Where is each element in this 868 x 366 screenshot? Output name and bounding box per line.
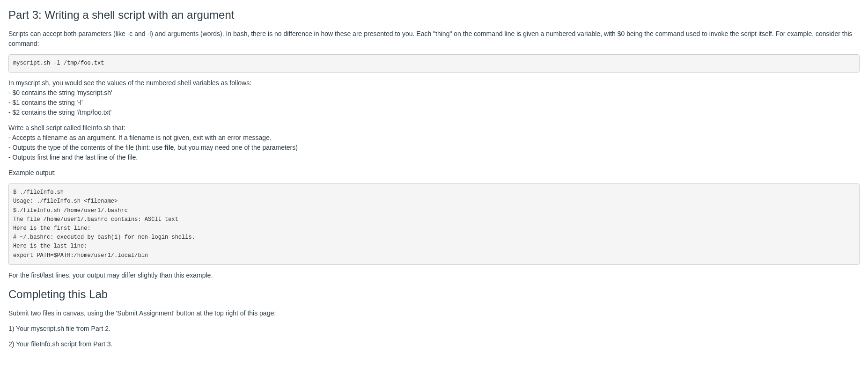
submit-intro: Submit two files in canvas, using the 'S… <box>8 308 860 318</box>
var1-text: - $1 contains the string '-l' <box>8 99 83 106</box>
submit-item-2: 2) Your fileInfo.sh script from Part 3. <box>8 339 860 349</box>
var2-text: - $2 contains the string '/tmp/foo.txt' <box>8 109 111 116</box>
code-block-example-output: $ ./fileInfo.sh Usage: ./fileInfo.sh <fi… <box>8 183 860 265</box>
example-label: Example output: <box>8 168 860 178</box>
section-heading-part3: Part 3: Writing a shell script with an a… <box>8 7 860 23</box>
task-intro-text: Write a shell script called fileInfo.sh … <box>8 124 125 132</box>
note-paragraph: For the first/last lines, your output ma… <box>8 271 860 280</box>
intro-paragraph: Scripts can accept both parameters (like… <box>8 29 860 49</box>
task2-pre: - Outputs the type of the contents of th… <box>8 144 164 151</box>
section-heading-completing: Completing this Lab <box>8 286 860 303</box>
task2-bold: file <box>164 144 174 151</box>
variables-explanation: In myscript.sh, you would see the values… <box>8 78 860 117</box>
code-block-command: myscript.sh -l /tmp/foo.txt <box>8 54 860 73</box>
task1-text: - Accepts a filename as an argument. If … <box>8 134 272 141</box>
var0-text: - $0 contains the string 'myscript.sh' <box>8 89 112 96</box>
vars-intro-text: In myscript.sh, you would see the values… <box>8 79 251 87</box>
submit-item-1: 1) Your myscript.sh file from Part 2. <box>8 324 860 334</box>
task2-post: , but you may need one of the parameters… <box>174 144 298 151</box>
task-requirements: Write a shell script called fileInfo.sh … <box>8 123 860 162</box>
task3-text: - Outputs first line and the last line o… <box>8 154 138 161</box>
